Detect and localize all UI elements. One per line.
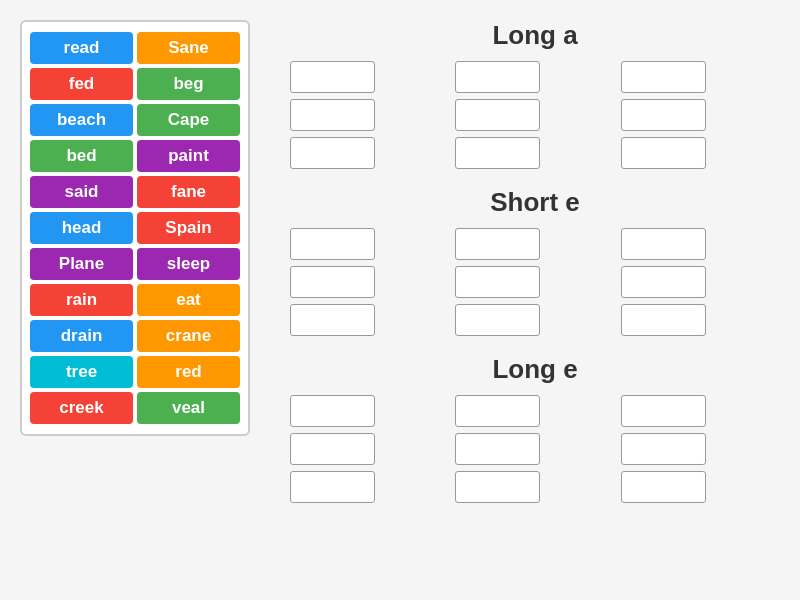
word-button-rain[interactable]: rain [30,284,133,316]
word-button-eat[interactable]: eat [137,284,240,316]
drop-box[interactable] [290,471,375,503]
word-grid: readSanefedbegbeachCapebedpaintsaidfaneh… [20,20,250,436]
word-button-cape[interactable]: Cape [137,104,240,136]
word-button-sleep[interactable]: sleep [137,248,240,280]
drop-box[interactable] [455,99,540,131]
word-button-creek[interactable]: creek [30,392,133,424]
word-button-drain[interactable]: drain [30,320,133,352]
drop-box[interactable] [621,471,706,503]
word-button-beach[interactable]: beach [30,104,133,136]
word-button-sane[interactable]: Sane [137,32,240,64]
category-section: Long a [290,20,780,169]
drop-box[interactable] [290,304,375,336]
drop-box[interactable] [290,433,375,465]
word-button-crane[interactable]: crane [137,320,240,352]
category-title: Long e [290,354,780,385]
category-section: Long e [290,354,780,503]
word-button-read[interactable]: read [30,32,133,64]
drop-box[interactable] [621,266,706,298]
drop-grid [290,61,780,169]
word-button-veal[interactable]: veal [137,392,240,424]
word-button-beg[interactable]: beg [137,68,240,100]
drop-box[interactable] [621,228,706,260]
drop-box[interactable] [455,137,540,169]
drop-box[interactable] [290,137,375,169]
drop-box[interactable] [455,395,540,427]
drop-box[interactable] [455,304,540,336]
category-title: Long a [290,20,780,51]
drop-box[interactable] [290,99,375,131]
main-container: readSanefedbegbeachCapebedpaintsaidfaneh… [20,20,780,503]
drop-box[interactable] [290,395,375,427]
drop-box[interactable] [455,228,540,260]
categories-panel: Long aShort eLong e [290,20,780,503]
drop-box[interactable] [621,304,706,336]
word-button-plane[interactable]: Plane [30,248,133,280]
drop-box[interactable] [290,228,375,260]
word-button-head[interactable]: head [30,212,133,244]
drop-box[interactable] [290,266,375,298]
drop-box[interactable] [290,61,375,93]
word-button-fed[interactable]: fed [30,68,133,100]
word-button-said[interactable]: said [30,176,133,208]
word-button-paint[interactable]: paint [137,140,240,172]
word-button-bed[interactable]: bed [30,140,133,172]
word-button-spain[interactable]: Spain [137,212,240,244]
drop-box[interactable] [621,395,706,427]
drop-box[interactable] [621,99,706,131]
category-title: Short e [290,187,780,218]
drop-box[interactable] [455,433,540,465]
drop-grid [290,395,780,503]
drop-box[interactable] [621,137,706,169]
drop-box[interactable] [621,61,706,93]
drop-grid [290,228,780,336]
drop-box[interactable] [455,61,540,93]
drop-box[interactable] [455,266,540,298]
word-button-red[interactable]: red [137,356,240,388]
category-section: Short e [290,187,780,336]
word-button-tree[interactable]: tree [30,356,133,388]
drop-box[interactable] [621,433,706,465]
drop-box[interactable] [455,471,540,503]
word-button-fane[interactable]: fane [137,176,240,208]
